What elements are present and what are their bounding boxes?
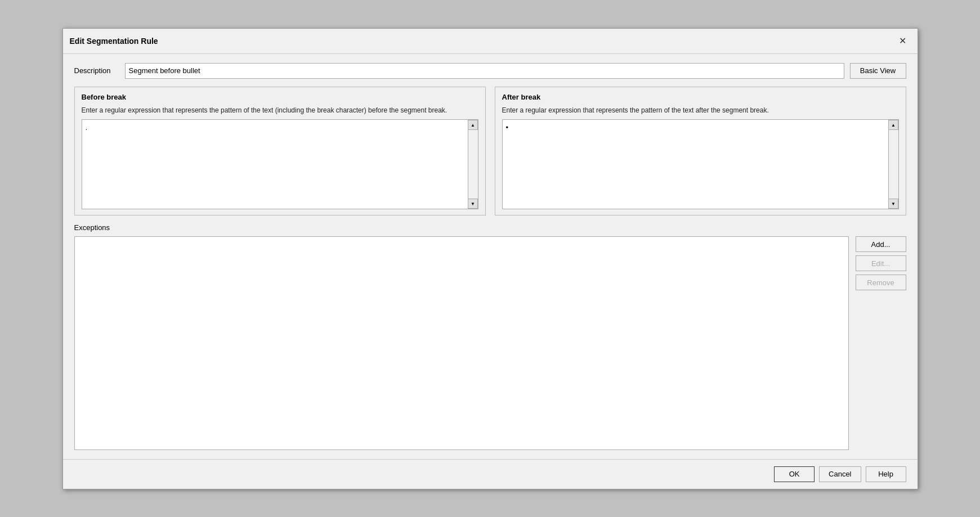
basic-view-button[interactable]: Basic View (850, 63, 906, 79)
after-break-scroll-down[interactable]: ▼ (888, 199, 898, 209)
dialog-title: Edit Segmentation Rule (70, 37, 158, 46)
before-break-title: Before break (82, 93, 478, 101)
exceptions-label: Exceptions (74, 223, 906, 232)
before-break-desc: Enter a regular expression that represen… (82, 106, 478, 115)
close-button[interactable]: ✕ (895, 33, 911, 49)
title-bar: Edit Segmentation Rule ✕ (63, 29, 918, 54)
dialog-footer: OK Cancel Help (63, 459, 918, 489)
description-label: Description (74, 66, 119, 75)
after-break-textarea-wrapper: • ▲ ▼ (502, 119, 899, 209)
before-break-scroll-down[interactable]: ▼ (468, 199, 478, 209)
after-break-scroll-up[interactable]: ▲ (888, 120, 898, 130)
before-break-panel: Before break Enter a regular expression … (74, 87, 486, 216)
exceptions-buttons: Add... Edit... Remove (856, 236, 906, 449)
after-break-scrollbar: ▲ ▼ (888, 120, 898, 209)
edit-button[interactable]: Edit... (856, 255, 906, 271)
help-button[interactable]: Help (866, 466, 906, 482)
ok-button[interactable]: OK (774, 466, 815, 482)
dialog-body: Description Basic View Before break Ente… (63, 54, 918, 459)
after-break-scroll-track (889, 130, 898, 199)
before-break-scroll-track (468, 130, 478, 199)
description-row: Description Basic View (74, 63, 906, 79)
before-break-textarea[interactable]: . (82, 120, 468, 209)
breaks-row: Before break Enter a regular expression … (74, 87, 906, 216)
before-break-scrollbar: ▲ ▼ (468, 120, 478, 209)
add-button[interactable]: Add... (856, 236, 906, 252)
after-break-desc: Enter a regular expression that represen… (502, 106, 899, 115)
after-break-title: After break (502, 93, 899, 101)
cancel-button[interactable]: Cancel (819, 466, 861, 482)
remove-button[interactable]: Remove (856, 275, 906, 290)
exceptions-section: Exceptions Add... Edit... Remove (74, 223, 906, 449)
description-input[interactable] (125, 63, 844, 79)
after-break-panel: After break Enter a regular expression t… (495, 87, 906, 216)
before-break-scroll-up[interactable]: ▲ (468, 120, 478, 130)
edit-segmentation-rule-dialog: Edit Segmentation Rule ✕ Description Bas… (62, 28, 918, 489)
exceptions-row: Add... Edit... Remove (74, 236, 906, 449)
before-break-textarea-wrapper: . ▲ ▼ (82, 119, 478, 209)
after-break-textarea[interactable]: • (503, 120, 888, 209)
exceptions-list[interactable] (74, 236, 849, 449)
